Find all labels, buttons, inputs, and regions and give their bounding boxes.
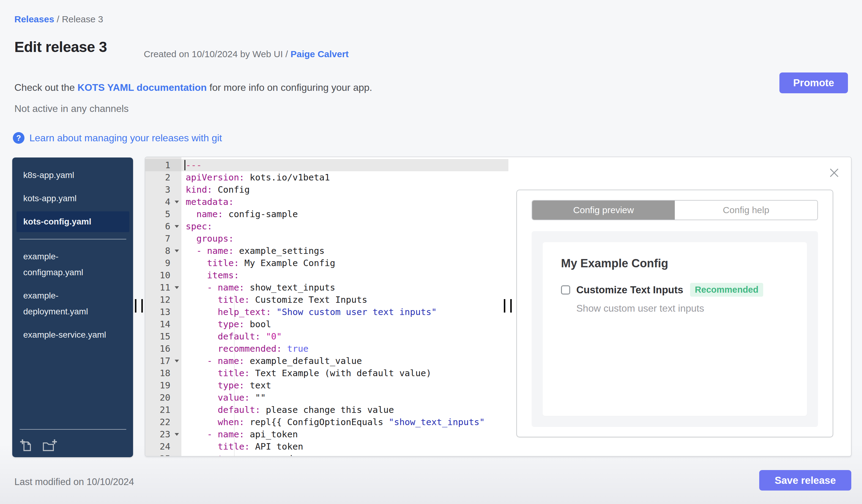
code-line[interactable]: name: config-sample — [181, 208, 508, 220]
code-line[interactable]: - name: example_default_value — [181, 355, 508, 367]
line-number: 23 — [145, 428, 181, 440]
code-line[interactable]: --- — [181, 159, 508, 171]
code-line[interactable]: groups: — [181, 233, 508, 245]
code-line[interactable]: type: bool — [181, 318, 508, 330]
fold-caret-icon[interactable] — [175, 360, 179, 362]
code-line[interactable]: type: password — [181, 453, 508, 456]
line-number: 11 — [145, 281, 181, 294]
config-card: My Example Config Customize Text Inputs … — [543, 242, 807, 416]
config-item-help: Show custom user text inputs — [576, 303, 788, 314]
code-line[interactable]: items: — [181, 269, 508, 281]
code-line[interactable]: spec: — [181, 220, 508, 233]
line-number: 3 — [145, 184, 181, 196]
line-number: 9 — [145, 257, 181, 269]
yaml-editor[interactable]: 1234567891011121314151617181920212223242… — [145, 157, 508, 456]
code-line[interactable]: default: please change this value — [181, 404, 508, 416]
code-line[interactable]: value: "" — [181, 392, 508, 404]
preview-resize-handle[interactable] — [504, 299, 512, 313]
line-number: 22 — [145, 416, 181, 428]
new-file-button[interactable] — [19, 438, 33, 452]
recommended-badge: Recommended — [690, 283, 763, 297]
docs-suffix: for more info on configuring your app. — [207, 82, 372, 93]
code-line[interactable]: title: Customize Text Inputs — [181, 294, 508, 306]
code-line[interactable]: kind: Config — [181, 184, 508, 196]
line-number: 24 — [145, 440, 181, 453]
sidebar-divider — [19, 239, 126, 239]
code-line[interactable]: recommended: true — [181, 343, 508, 355]
sidebar-file-example-service.yaml[interactable]: example-service.yaml — [16, 324, 129, 345]
line-number: 4 — [145, 196, 181, 208]
code-line[interactable]: title: API token — [181, 440, 508, 453]
code-line[interactable]: - name: api_token — [181, 428, 508, 440]
sidebar-resize-handle[interactable] — [135, 299, 143, 313]
code-area[interactable]: ---apiVersion: kots.io/v1beta1kind: Conf… — [181, 157, 508, 456]
sidebar-file-k8s-app.yaml[interactable]: k8s-app.yaml — [16, 165, 129, 186]
new-folder-button[interactable] — [42, 438, 57, 452]
line-number: 7 — [145, 233, 181, 245]
line-number: 18 — [145, 367, 181, 379]
close-icon — [828, 175, 840, 180]
code-line[interactable]: - name: show_text_inputs — [181, 281, 508, 294]
line-number: 12 — [145, 294, 181, 306]
fold-caret-icon[interactable] — [175, 433, 179, 436]
tab-config-preview[interactable]: Config preview — [532, 201, 675, 220]
sidebar-file-example-deployment.yaml[interactable]: example- deployment.yaml — [16, 285, 129, 322]
fold-caret-icon[interactable] — [175, 250, 179, 252]
git-releases-link[interactable]: Learn about managing your releases with … — [29, 132, 222, 144]
fold-caret-icon[interactable] — [175, 225, 179, 228]
code-line[interactable]: default: "0" — [181, 330, 508, 343]
code-line[interactable]: - name: example_settings — [181, 245, 508, 257]
breadcrumb-current: Release 3 — [62, 14, 103, 24]
code-line[interactable]: help_text: "Show custom user text inputs… — [181, 306, 508, 318]
promote-button[interactable]: Promote — [780, 72, 848, 93]
created-text: Created on 10/10/2024 by Web UI / — [144, 49, 291, 59]
sidebar-actions — [16, 434, 129, 453]
config-item-row: Customize Text Inputs Recommended — [561, 283, 788, 297]
channel-status-text: Not active in any channels — [14, 103, 129, 115]
last-modified-text: Last modified on 10/10/2024 — [14, 477, 134, 488]
new-file-icon — [19, 449, 33, 453]
code-line[interactable]: title: Text Example (with default value) — [181, 367, 508, 379]
breadcrumb-releases-link[interactable]: Releases — [14, 14, 54, 24]
file-sidebar: k8s-app.yamlkots-app.yamlkots-config.yam… — [12, 158, 133, 457]
sidebar-file-kots-app.yaml[interactable]: kots-app.yaml — [16, 188, 129, 209]
line-number: 2 — [145, 171, 181, 184]
code-line[interactable]: when: repl{{ ConfigOptionEquals "show_te… — [181, 416, 508, 428]
line-number: 14 — [145, 318, 181, 330]
sidebar-file-kots-config.yaml[interactable]: kots-config.yaml — [16, 211, 129, 232]
line-number: 20 — [145, 392, 181, 404]
line-number: 5 — [145, 208, 181, 220]
docs-prefix: Check out the — [14, 82, 77, 93]
page-title: Edit release 3 — [14, 39, 107, 55]
save-release-button[interactable]: Save release — [759, 470, 851, 491]
code-line[interactable]: metadata: — [181, 196, 508, 208]
edit-release-page: Releases / Release 3 Edit release 3 Crea… — [0, 0, 862, 504]
fold-caret-icon[interactable] — [175, 286, 179, 289]
code-line[interactable]: type: text — [181, 379, 508, 392]
config-item-label: Customize Text Inputs — [576, 284, 683, 296]
git-help-row: ? Learn about managing your releases wit… — [13, 132, 222, 144]
new-folder-icon — [42, 449, 57, 453]
preview-surface: My Example Config Customize Text Inputs … — [532, 231, 818, 427]
author-link[interactable]: Paige Calvert — [291, 49, 349, 59]
editor-gutter: 1234567891011121314151617181920212223242… — [145, 157, 181, 456]
sidebar-footer — [16, 425, 129, 453]
close-button[interactable] — [826, 165, 842, 181]
sidebar-footer-divider — [19, 429, 126, 430]
line-number: 25 — [145, 453, 181, 456]
fold-caret-icon[interactable] — [175, 201, 179, 203]
code-line[interactable]: apiVersion: kots.io/v1beta1 — [181, 171, 508, 184]
file-list: k8s-app.yamlkots-app.yamlkots-config.yam… — [12, 165, 133, 345]
breadcrumb: Releases / Release 3 — [14, 14, 103, 25]
line-number: 6 — [145, 220, 181, 233]
text-cursor — [184, 160, 185, 170]
config-checkbox[interactable] — [561, 285, 570, 294]
tab-config-help[interactable]: Config help — [675, 201, 817, 220]
created-info: Created on 10/10/2024 by Web UI / Paige … — [144, 49, 349, 59]
code-line[interactable]: title: My Example Config — [181, 257, 508, 269]
sidebar-file-example-configmap.yaml[interactable]: example- configmap.yaml — [16, 246, 129, 283]
release-workbench: 1234567891011121314151617181920212223242… — [145, 157, 852, 456]
config-preview-panel: Config preview Config help My Example Co… — [508, 157, 851, 456]
kots-yaml-docs-link[interactable]: KOTS YAML documentation — [77, 82, 207, 93]
line-number: 19 — [145, 379, 181, 392]
